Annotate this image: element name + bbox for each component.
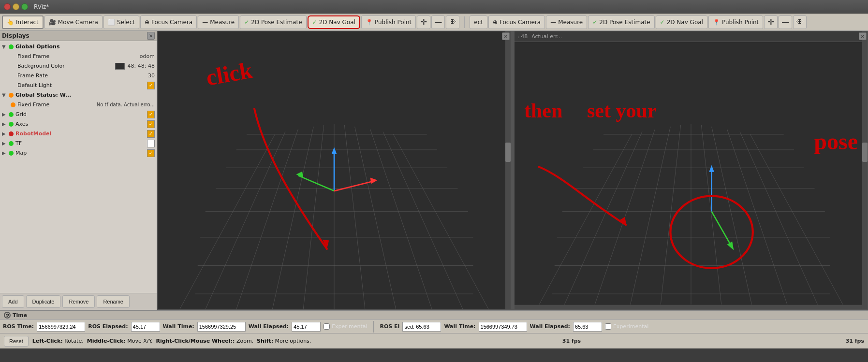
- grid-item[interactable]: ▶ Grid ✓: [0, 110, 157, 119]
- default-light-item[interactable]: Default Light ✓: [0, 81, 157, 90]
- wall-elapsed-input[interactable]: [292, 322, 321, 332]
- focus-camera-icon: ⊕: [145, 19, 149, 26]
- select-icon: ⬜: [108, 19, 115, 26]
- rename-button[interactable]: Rename: [97, 295, 130, 308]
- minus-button2[interactable]: —: [779, 15, 792, 29]
- move-camera-icon: 🎥: [49, 19, 56, 26]
- wall-elapsed-input2[interactable]: [573, 322, 602, 332]
- focus-camera-button2[interactable]: ⊕ Focus Camera: [488, 15, 545, 29]
- experimental-check2[interactable]: Experimental: [605, 323, 648, 330]
- wall-time-label2: Wall Time:: [444, 323, 475, 330]
- map-item[interactable]: ▶ Map ✓: [0, 148, 157, 158]
- time-bar-content: ROS Time: ROS Elapsed: Wall Time: Wall E…: [0, 319, 868, 333]
- close-button[interactable]: [4, 3, 11, 10]
- status-bar: Reset Left-Click: Rotate. Middle-Click: …: [0, 333, 868, 348]
- measure-button2[interactable]: — Measure: [546, 15, 587, 29]
- fps-badge: 31 fps: [562, 338, 581, 344]
- left-viewport[interactable]: ✕: [157, 31, 511, 310]
- background-color-item[interactable]: Background Color 48; 48; 48: [0, 61, 157, 71]
- ros-time-input[interactable]: [37, 322, 85, 332]
- right-viewport[interactable]: ✕ : 48 Actual err...: [514, 31, 868, 310]
- right-viewport-close-button[interactable]: ✕: [859, 32, 867, 40]
- measure-button[interactable]: — Measure: [198, 15, 239, 29]
- tf-checkbox[interactable]: [147, 140, 155, 147]
- map-checkbox[interactable]: ✓: [147, 149, 155, 157]
- nav-goal-button[interactable]: ✓ 2D Nav Goal: [308, 15, 360, 29]
- right-viewport-info: : 48 Actual err...: [515, 31, 862, 42]
- title-bar: RViz*: [0, 0, 868, 14]
- grid-checkbox[interactable]: ✓: [147, 111, 155, 118]
- nav-goal-button2[interactable]: ✓ 2D Nav Goal: [656, 15, 707, 29]
- publish-point-icon: 📍: [366, 19, 373, 26]
- right-viewport-hscrollbar[interactable]: [515, 304, 862, 309]
- reset-button[interactable]: Reset: [4, 336, 29, 347]
- interact-button[interactable]: 👆 Interact: [2, 15, 44, 29]
- default-light-checkbox[interactable]: ✓: [147, 82, 155, 89]
- nav-goal-icon2: ✓: [660, 19, 665, 26]
- experimental-check[interactable]: Experimental: [324, 323, 367, 330]
- viewport-close-button[interactable]: ✕: [502, 32, 510, 40]
- map-arrow: ▶: [2, 149, 8, 158]
- global-status-item[interactable]: ▼ Global Status: W...: [0, 90, 157, 100]
- eye-button[interactable]: 👁: [446, 15, 459, 29]
- minimize-button[interactable]: [13, 3, 19, 10]
- displays-panel-header: Displays ✕: [0, 31, 157, 41]
- frame-rate-item[interactable]: Frame Rate 30: [0, 71, 157, 81]
- remove-button[interactable]: Remove: [62, 295, 95, 308]
- panel-footer: Add Duplicate Remove Rename: [0, 293, 157, 310]
- status-dot-ff: [11, 102, 15, 107]
- experimental-checkbox[interactable]: [324, 323, 330, 330]
- window-title: RViz*: [34, 3, 49, 10]
- eye-button2[interactable]: 👁: [793, 15, 807, 29]
- viewport-scrollbar[interactable]: [505, 31, 511, 309]
- right-scrollbar-thumb[interactable]: [862, 143, 868, 162]
- duplicate-button[interactable]: Duplicate: [26, 295, 61, 308]
- wall-time-input[interactable]: [197, 322, 246, 332]
- nav-goal-icon: ✓: [312, 19, 317, 26]
- wall-elapsed-label2: Wall Elapsed:: [530, 323, 570, 330]
- global-options-item[interactable]: ▼ Global Options: [0, 42, 157, 52]
- robot-model-checkbox[interactable]: ✓: [147, 130, 155, 138]
- crosshair-button[interactable]: ✛: [417, 15, 430, 29]
- ros-elapsed-input2[interactable]: [402, 322, 441, 332]
- fixed-frame-status-item[interactable]: Fixed Frame No tf data. Actual erro...: [0, 100, 157, 110]
- right-viewport-scene: [515, 31, 868, 309]
- pose-estimate-icon2: ✓: [592, 19, 597, 26]
- focus-camera-icon2: ⊕: [493, 19, 498, 26]
- panel-close-button[interactable]: ✕: [147, 32, 155, 40]
- fixed-frame-item[interactable]: Fixed Frame odom: [0, 52, 157, 61]
- right-viewport-scrollbar[interactable]: [862, 31, 868, 309]
- wall-time-input2[interactable]: [479, 322, 527, 332]
- measure-icon2: —: [550, 19, 556, 26]
- focus-camera-button[interactable]: ⊕ Focus Camera: [140, 15, 197, 29]
- axes-checkbox[interactable]: ✓: [147, 120, 155, 128]
- publish-point-button2[interactable]: 📍 Publish Point: [708, 15, 763, 29]
- ros-elapsed-label: ROS Elapsed:: [88, 323, 128, 330]
- scrollbar-thumb[interactable]: [505, 143, 511, 162]
- add-button[interactable]: Add: [2, 295, 24, 308]
- window-controls[interactable]: [4, 3, 28, 10]
- select-button[interactable]: ⬜ Select: [103, 15, 139, 29]
- wall-time-label: Wall Time:: [163, 323, 194, 330]
- ros-time-label2: ROS El: [380, 323, 400, 330]
- status-dot-map: [9, 151, 14, 156]
- viewport-scene: [158, 31, 511, 309]
- pose-estimate-button2[interactable]: ✓ 2D Pose Estimate: [588, 15, 654, 29]
- status-dot-tf: [9, 141, 14, 146]
- experimental-checkbox2[interactable]: [605, 323, 611, 330]
- displays-panel: Displays ✕ ▼ Global Options Fixed Frame …: [0, 31, 157, 310]
- status-dot-axes: [9, 122, 14, 127]
- move-camera-button[interactable]: 🎥 Move Camera: [44, 15, 103, 29]
- robot-model-item[interactable]: ▶ RobotModel ✓: [0, 129, 157, 139]
- maximize-button[interactable]: [21, 3, 28, 10]
- crosshair-button2[interactable]: ✛: [764, 15, 778, 29]
- tf-arrow: ▶: [2, 139, 8, 148]
- tf-item[interactable]: ▶ TF: [0, 139, 157, 148]
- fps-badge2: 31 fps: [846, 338, 864, 344]
- minus-button[interactable]: —: [431, 15, 445, 29]
- select-button2[interactable]: ect: [470, 15, 487, 29]
- ros-elapsed-input[interactable]: [131, 322, 160, 332]
- axes-item[interactable]: ▶ Axes ✓: [0, 119, 157, 129]
- pose-estimate-button[interactable]: ✓ 2D Pose Estimate: [240, 15, 306, 29]
- publish-point-button[interactable]: 📍 Publish Point: [361, 15, 416, 29]
